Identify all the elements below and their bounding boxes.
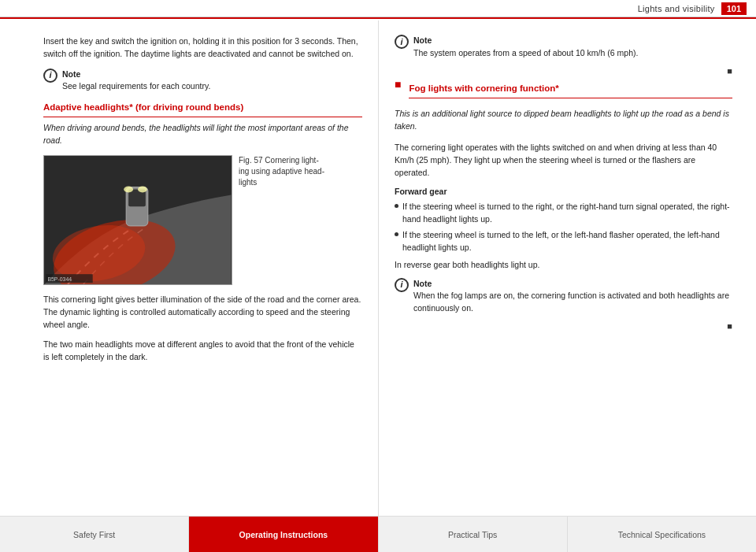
bullet-item-2: If the steering wheel is turned to the l… [395,229,732,254]
bullet-dot-1 [395,204,398,208]
header-red-line [0,17,756,19]
body-text-2: The two main headlights move at differen… [43,338,362,364]
section1-italic: When driving around bends, the headlight… [43,122,362,147]
note-content-1: Note See legal requirements for each cou… [62,69,210,94]
note-box-1: i Note See legal requirements for each c… [43,69,362,94]
intro-text: Insert the key and switch the ignition o… [43,35,362,61]
footer-item-practical[interactable]: Practical Tips [379,517,568,552]
footer-item-operating[interactable]: Operating Instructions [189,517,378,552]
header-bar: Lights and visibility 101 [0,0,756,17]
note-title-right-1: Note [413,35,638,47]
right-body-text-1: The cornering light operates with the li… [395,141,732,180]
note-content-right-1: Note The system operates from a speed of… [413,35,638,60]
figure-caption: Fig. 57 Cornering light-ing using adapti… [239,155,325,188]
note-title-right-2: Note [413,278,732,291]
svg-point-6 [138,186,147,192]
body-text-1: This cornering light gives better illumi… [43,293,362,332]
figure-image: B5P-0344 [43,155,232,285]
svg-point-5 [124,186,133,192]
svg-text:B5P-0344: B5P-0344 [47,276,72,282]
road-scene-svg: B5P-0344 [44,156,232,284]
footer-label-operating: Operating Instructions [239,530,328,539]
section1-heading: Adaptive headlights* (for driving round … [43,101,362,117]
info-icon-2: i [395,35,409,49]
note-box-right-2: i Note When the fog lamps are on, the co… [395,278,732,315]
content-area: Insert the key and switch the ignition o… [0,20,756,516]
note-text-1: See legal requirements for each country. [62,80,210,93]
note-content-right-2: Note When the fog lamps are on, the corn… [413,278,732,315]
footer-label-safety: Safety First [73,530,115,539]
section2-italic: This is an additional light source to di… [395,108,732,133]
section2-bullet: ■ [395,76,401,93]
info-icon-3: i [395,278,409,292]
page-number: 101 [721,2,747,15]
section2-heading: Fog lights with cornering function* [409,82,732,98]
footer-label-technical: Technical Specifications [618,530,706,539]
note-text-right-1: The system operates from a speed of abou… [413,47,638,60]
fog-heading: ■ Fog lights with cornering function* [395,77,732,103]
header-title: Lights and visibility [638,4,715,13]
left-column: Insert the key and switch the ignition o… [0,20,378,516]
bullet-item-1: If the steering wheel is turned to the r… [395,201,732,226]
right-column: i Note The system operates from a speed … [378,20,756,516]
caption-text: Fig. 57 Cornering light-ing using adapti… [239,156,324,187]
footer-item-technical[interactable]: Technical Specifications [568,517,756,552]
end-marker-1: ■ [395,65,732,78]
bullet-dot-2 [395,232,398,236]
reverse-text: In reverse gear both headlights light up… [395,258,732,271]
footer-label-practical: Practical Tips [448,530,497,539]
note-box-right-1: i Note The system operates from a speed … [395,35,732,60]
bullet-text-2: If the steering wheel is turned to the l… [402,229,732,254]
note-title-1: Note [62,69,210,81]
note-text-right-2: When the fog lamps are on, the cornering… [413,290,732,315]
bullet-list: If the steering wheel is turned to the r… [395,201,732,254]
footer-item-safety[interactable]: Safety First [0,517,189,552]
figure-area: B5P-0344 Fig. 57 Cornering light-ing usi… [43,155,362,285]
end-marker-2: ■ [395,320,732,333]
footer-bar: Safety First Operating Instructions Prac… [0,516,756,552]
info-icon-1: i [43,69,57,83]
forward-gear-heading: Forward gear [395,186,732,198]
bullet-text-1: If the steering wheel is turned to the r… [402,201,732,226]
